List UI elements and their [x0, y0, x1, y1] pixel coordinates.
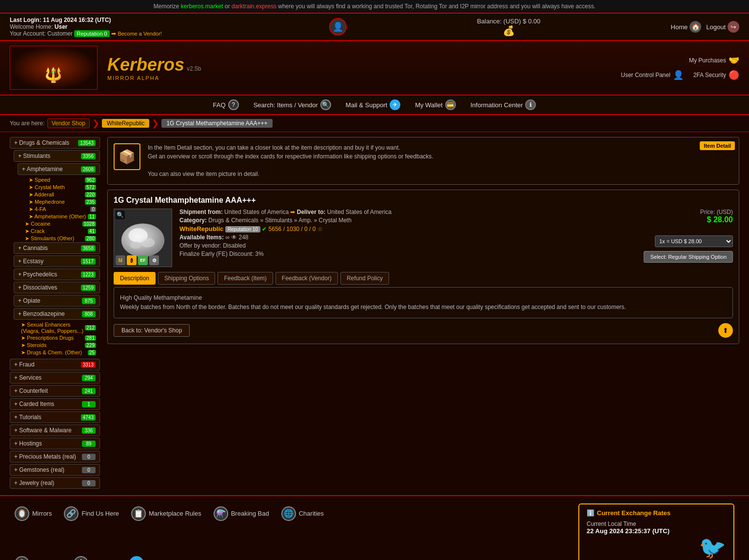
sidebar-sexual-enhancers[interactable]: ➤ Sexual Enhancers (Viagra, Cialis, Popp… [14, 321, 100, 334]
sidebar-carded-items[interactable]: + Carded Items 1 [10, 398, 100, 410]
monero-icon: M [116, 255, 125, 265]
sidebar-crystal-meth[interactable]: ➤ Crystal Meth 572 [21, 184, 100, 191]
banner-link1[interactable]: kerberos.market [181, 3, 223, 10]
breadcrumb-vendor-name[interactable]: WhiteRepublic [102, 119, 149, 128]
product-card: 1G Crystal Methamphetamine AAA+++ 🔍 [107, 190, 739, 344]
sidebar-mephedrone[interactable]: ➤ Mephedrone 235 [21, 198, 100, 206]
tab-refund-policy[interactable]: Refund Policy [340, 272, 389, 285]
jewelry-label: + Jewelry (real) [14, 480, 54, 486]
vendor-name[interactable]: WhiteRepublic [179, 225, 223, 232]
nav-search[interactable]: Search: Items / Vendor 🔍 [254, 99, 331, 110]
sales-numbers: 5656 / 1030 / 0 / 0 [269, 226, 317, 232]
gemstones-label: + Gemstones (real) [14, 466, 64, 473]
header-left: Last Login: 11 Aug 2024 16:32 (UTC) Welc… [10, 17, 324, 37]
sidebar-psychedelics[interactable]: + Psychedelics 1223 [14, 269, 100, 280]
main-layout: + Drugs & Chemicals 13543 + Stimulants 3… [0, 132, 749, 495]
footer-guardian[interactable]: 👁️ Kerberos Guardian [129, 553, 200, 560]
sidebar-software-malware[interactable]: + Software & Malware 336 [10, 425, 100, 436]
sidebar-counterfeit[interactable]: + Counterfeit 241 [10, 385, 100, 397]
sidebar-stimulants-other[interactable]: ➤ Stimulants (Other) 280 [18, 235, 100, 242]
user-control-panel-btn[interactable]: User Control Panel 👤 [621, 70, 683, 80]
drugs-label: + Drugs & Chemicals [14, 139, 69, 146]
nav-info[interactable]: Information Center ℹ [471, 99, 536, 110]
faq-label: FAQ [213, 101, 226, 109]
logout-button[interactable]: Logout ↪ [706, 21, 739, 33]
rules-icon: 📋 [131, 506, 146, 521]
sidebar-steroids[interactable]: ➤ Steroids 229 [14, 342, 100, 349]
tab-shipping[interactable]: Shipping Options [158, 272, 215, 285]
balance-text: Balance: (USD) $ 0.00 [352, 18, 666, 25]
qty-select[interactable]: 1x = USD $ 28.00 [655, 235, 733, 247]
star-icon: ☆ [317, 226, 323, 232]
sidebar-gemstones[interactable]: + Gemstones (real) 0 [10, 464, 100, 476]
footer-pgp[interactable]: 🔒 PGP Keys [15, 553, 61, 560]
sidebar-fraud[interactable]: + Fraud 3313 [10, 359, 100, 370]
stimulants-badge: 3356 [81, 153, 96, 159]
sidebar-jewelry[interactable]: + Jewelry (real) 0 [10, 477, 100, 489]
arrow-icon: ➡ [111, 30, 118, 37]
back-btn[interactable]: Back to: Vendor's Shop [114, 324, 190, 337]
sidebar-cocaine[interactable]: ➤ Cocaine 1028 [18, 220, 100, 228]
sidebar-crack[interactable]: ➤ Crack 41 [18, 228, 100, 235]
tab-feedback-vendor[interactable]: Feedback (Vendor) [276, 272, 338, 285]
footer-find-us[interactable]: 🔗 Find Us Here [64, 503, 119, 523]
logo-title: Kerberos [107, 55, 184, 75]
nav-wallet[interactable]: My Wallet 💳 [415, 99, 456, 110]
breadcrumb-bar: You are here: Vendor Shop ❯ WhiteRepubli… [0, 115, 749, 132]
logo-section: 🐉 🔱 Kerberos v2.5b MIRROR ALPHA [10, 46, 211, 90]
sidebar-drugs-chemicals[interactable]: + Drugs & Chemicals 13543 [10, 137, 100, 149]
tab-description[interactable]: Description [114, 272, 156, 285]
account-type: Customer [47, 30, 73, 37]
amphetamine-subgroup: ➤ Speed 962 ➤ Crystal Meth 572 ➤ Adderal… [18, 176, 100, 220]
home-button[interactable]: Home 🏠 [671, 21, 702, 33]
sidebar-amphetamine-other[interactable]: ➤ Amphetamine (Other) 11 [21, 213, 100, 220]
sidebar-prescriptions[interactable]: ➤ Prescriptions Drugs 281 [14, 334, 100, 342]
banner-link2[interactable]: darktrain.express [232, 3, 276, 10]
sidebar-benzodiazepine[interactable]: + Benzodiazepine 808 [14, 308, 100, 320]
2fa-security-btn[interactable]: 2FA Security 🔴 [693, 70, 739, 80]
amp-other-label: ➤ Amphetamine (Other) [29, 213, 86, 220]
ship-from: United States of America [224, 209, 289, 215]
sidebar-hostings[interactable]: + Hostings 89 [10, 438, 100, 449]
sidebar-dissociatives[interactable]: + Dissociatives 1259 [14, 282, 100, 293]
account-label: Your Account: [10, 30, 46, 37]
exchange-info-icon: ℹ️ [587, 509, 594, 517]
footer-breaking-bad[interactable]: ⚗️ Breaking Bad [214, 503, 269, 523]
ef-icon: EF [138, 255, 148, 265]
product-image[interactable]: 🔍 [114, 209, 172, 267]
footer-charities[interactable]: 🌐 Charities [281, 503, 324, 523]
opiate-label: + Opiate [18, 297, 40, 304]
select-shipping-btn[interactable]: Select: Regular Shipping Option [644, 251, 733, 263]
sidebar-drugs-other[interactable]: ➤ Drugs & Chem. (Other) 25 [14, 349, 100, 356]
footer-rules[interactable]: 📋 Marketplace Rules [131, 503, 201, 523]
item-detail-icon: 📦 [114, 143, 140, 170]
counterfeit-badge: 241 [82, 388, 96, 394]
drugs-badge: 13543 [78, 140, 96, 146]
tab-feedback-item[interactable]: Feedback (Item) [217, 272, 273, 285]
sidebar-cannabis[interactable]: + Cannabis 3658 [14, 242, 100, 254]
breadcrumb-vendor-shop[interactable]: Vendor Shop [47, 118, 90, 128]
sidebar-adderall[interactable]: ➤ Adderall 220 [21, 191, 100, 198]
sidebar-opiate[interactable]: + Opiate 875 [14, 295, 100, 307]
dissociatives-label: + Dissociatives [18, 284, 57, 291]
sidebar-amphetamine[interactable]: + Amphetamine 2608 [18, 163, 100, 175]
sidebar-tutorials[interactable]: + Tutorials 4743 [10, 411, 100, 423]
nav-faq[interactable]: FAQ ? [213, 99, 239, 110]
footer-about-us[interactable]: ⭐ About Us [74, 553, 117, 560]
scroll-top-btn[interactable]: ⬆ [718, 323, 733, 338]
footer-mirrors[interactable]: 🪞 Mirrors [15, 503, 52, 523]
sidebar-services[interactable]: + Services 294 [10, 372, 100, 384]
avatar: 👤 [329, 18, 347, 36]
sidebar-4fa[interactable]: ➤ 4-FA 0 [21, 206, 100, 213]
become-vendor-link[interactable]: Become a Vendor! [118, 31, 162, 37]
fraud-label: + Fraud [14, 361, 35, 368]
sidebar-precious-metals[interactable]: + Precious Metals (real) 0 [10, 451, 100, 463]
sidebar-ecstasy[interactable]: + Ecstasy 1517 [14, 255, 100, 267]
crack-label: ➤ Crack [25, 228, 45, 234]
sidebar-speed[interactable]: ➤ Speed 962 [21, 176, 100, 184]
sidebar-stimulants[interactable]: + Stimulants 3356 [14, 150, 100, 162]
logo-image: 🐉 🔱 [10, 46, 98, 90]
my-purchases-btn[interactable]: My Purchases 🤝 [689, 55, 739, 66]
hostings-badge: 89 [82, 441, 96, 447]
nav-mail[interactable]: Mail & Support ✈ [346, 99, 400, 110]
